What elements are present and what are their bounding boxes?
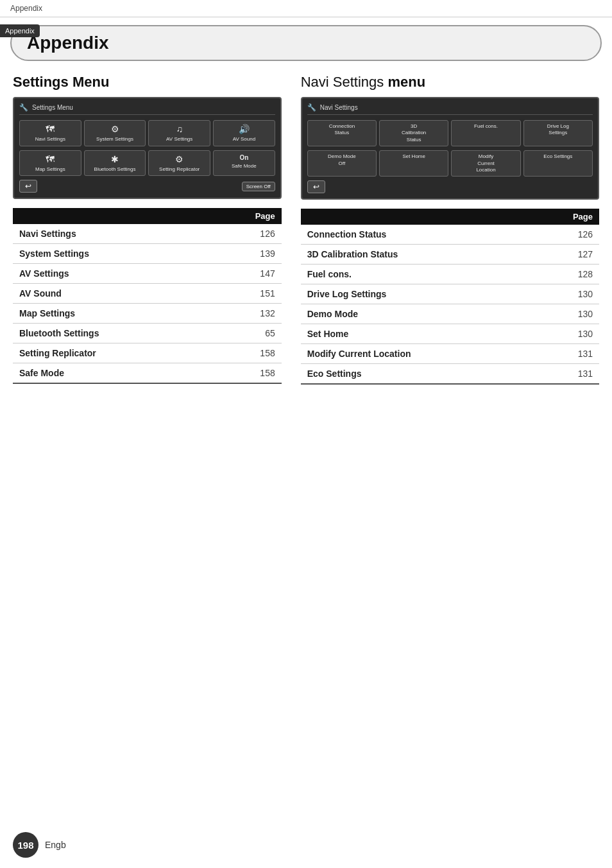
- row-label: Setting Replicator: [13, 343, 228, 363]
- navi-back-button[interactable]: ↩: [307, 180, 325, 193]
- navi-item-ecosettings[interactable]: Eco Settings: [523, 150, 593, 177]
- table-row: Navi Settings 126: [13, 224, 282, 244]
- navi-item-calibration[interactable]: 3DCalibrationStatus: [379, 120, 448, 146]
- row-label: System Settings: [13, 244, 228, 264]
- menu-item-navi[interactable]: 🗺 Navi Settings: [19, 120, 81, 146]
- row-label: Demo Mode: [301, 304, 540, 324]
- screen-title-text: Settings Menu: [32, 104, 73, 111]
- table-row: Setting Replicator 158: [13, 343, 282, 363]
- row-page: 131: [540, 364, 599, 385]
- row-label: Eco Settings: [301, 364, 540, 385]
- back-button[interactable]: ↩: [19, 180, 37, 193]
- row-label: Safe Mode: [13, 363, 228, 384]
- settings-menu-title: Settings Menu: [13, 74, 282, 91]
- table-row: 3D Calibration Status 127: [301, 245, 599, 265]
- row-page: 151: [228, 284, 282, 304]
- page-language: Engb: [45, 840, 66, 850]
- settings-menu-section: Settings Menu 🔧 Settings Menu 🗺 Navi Set…: [13, 74, 294, 385]
- menu-grid-row1: 🗺 Navi Settings ⚙ System Settings ♫ AV S…: [19, 120, 275, 146]
- row-page: 130: [540, 284, 599, 304]
- navi-item-sethome[interactable]: Set Home: [379, 150, 448, 177]
- table-row: Fuel cons. 128: [301, 265, 599, 284]
- page-number: 198: [13, 832, 38, 858]
- col-header-page: Page: [228, 208, 282, 224]
- table-row: Connection Status 126: [301, 225, 599, 245]
- table-row: System Settings 139: [13, 244, 282, 264]
- navi-item-fuelcons[interactable]: Fuel cons.: [451, 120, 520, 146]
- table-row: AV Settings 147: [13, 264, 282, 284]
- row-label: Map Settings: [13, 304, 228, 324]
- menu-grid-row2: 🗺 Map Settings ✱ Bluetooth Settings ⚙ Se…: [19, 150, 275, 177]
- navi-item-demomode[interactable]: Demo ModeOff: [307, 150, 377, 177]
- navi-grid-row2: Demo ModeOff Set Home ModifyCurrentLocat…: [307, 150, 593, 177]
- table-row: Set Home 130: [301, 324, 599, 344]
- menu-item-avsound[interactable]: 🔊 AV Sound: [213, 120, 275, 146]
- page-footer: 198 Engb: [0, 832, 612, 858]
- main-content: Settings Menu 🔧 Settings Menu 🗺 Navi Set…: [0, 74, 612, 385]
- row-page: 131: [540, 344, 599, 364]
- row-page: 158: [228, 363, 282, 384]
- row-label: Connection Status: [301, 225, 540, 245]
- navi-grid-row1: ConnectionStatus 3DCalibrationStatus Fue…: [307, 120, 593, 146]
- navi-settings-table: Page Connection Status 126 3D Calibratio…: [301, 209, 599, 385]
- navi-item-drivelog[interactable]: Drive LogSettings: [523, 120, 593, 146]
- breadcrumb: Appendix: [0, 0, 612, 17]
- row-page: 126: [228, 224, 282, 244]
- row-page: 147: [228, 264, 282, 284]
- navi-item-connection[interactable]: ConnectionStatus: [307, 120, 377, 146]
- row-label: Modify Current Location: [301, 344, 540, 364]
- appendix-side-tab: Appendix: [0, 24, 40, 37]
- table-row: Map Settings 132: [13, 304, 282, 324]
- menu-item-system[interactable]: ⚙ System Settings: [84, 120, 146, 146]
- appendix-title: Appendix: [27, 33, 585, 53]
- navi-screen-title-text: Navi Settings: [320, 104, 358, 111]
- row-label: 3D Calibration Status: [301, 245, 540, 265]
- settings-menu-screen: 🔧 Settings Menu 🗺 Navi Settings ⚙ System…: [13, 97, 282, 199]
- menu-item-map[interactable]: 🗺 Map Settings: [19, 150, 81, 177]
- navi-screen-icon: 🔧: [307, 103, 316, 112]
- navi-settings-screen: 🔧 Navi Settings ConnectionStatus 3DCalib…: [301, 97, 599, 200]
- table-row: Bluetooth Settings 65: [13, 324, 282, 343]
- menu-item-bluetooth[interactable]: ✱ Bluetooth Settings: [84, 150, 146, 177]
- row-page: 130: [540, 324, 599, 344]
- table-row: AV Sound 151: [13, 284, 282, 304]
- row-label: AV Sound: [13, 284, 228, 304]
- row-label: Bluetooth Settings: [13, 324, 228, 343]
- row-label: AV Settings: [13, 264, 228, 284]
- navi-settings-title: Navi Settings menu: [301, 74, 599, 91]
- row-page: 126: [540, 225, 599, 245]
- appendix-header: Appendix: [10, 25, 602, 61]
- table-row: Eco Settings 131: [301, 364, 599, 385]
- table-row: Safe Mode 158: [13, 363, 282, 384]
- menu-item-av[interactable]: ♫ AV Settings: [148, 120, 210, 146]
- screen-title-icon: 🔧: [19, 103, 28, 112]
- row-page: 130: [540, 304, 599, 324]
- row-label: Fuel cons.: [301, 265, 540, 284]
- navi-col-header-page: Page: [540, 209, 599, 225]
- row-label: Set Home: [301, 324, 540, 344]
- settings-menu-table: Page Navi Settings 126 System Settings 1…: [13, 208, 282, 384]
- row-page: 128: [540, 265, 599, 284]
- menu-item-safemode[interactable]: On Safe Mode: [213, 150, 275, 177]
- table-row: Modify Current Location 131: [301, 344, 599, 364]
- breadcrumb-text: Appendix: [10, 4, 42, 13]
- col-header-item: [13, 208, 228, 224]
- row-page: 127: [540, 245, 599, 265]
- row-page: 158: [228, 343, 282, 363]
- navi-col-header-item: [301, 209, 540, 225]
- screen-off-button[interactable]: Screen Off: [242, 182, 275, 191]
- row-page: 65: [228, 324, 282, 343]
- navi-item-modifylocation[interactable]: ModifyCurrentLocation: [451, 150, 520, 177]
- table-row: Demo Mode 130: [301, 304, 599, 324]
- row-label: Drive Log Settings: [301, 284, 540, 304]
- table-row: Drive Log Settings 130: [301, 284, 599, 304]
- navi-settings-section: Navi Settings menu 🔧 Navi Settings Conne…: [294, 74, 599, 385]
- row-label: Navi Settings: [13, 224, 228, 244]
- menu-item-replicator[interactable]: ⚙ Setting Replicator: [148, 150, 210, 177]
- row-page: 139: [228, 244, 282, 264]
- row-page: 132: [228, 304, 282, 324]
